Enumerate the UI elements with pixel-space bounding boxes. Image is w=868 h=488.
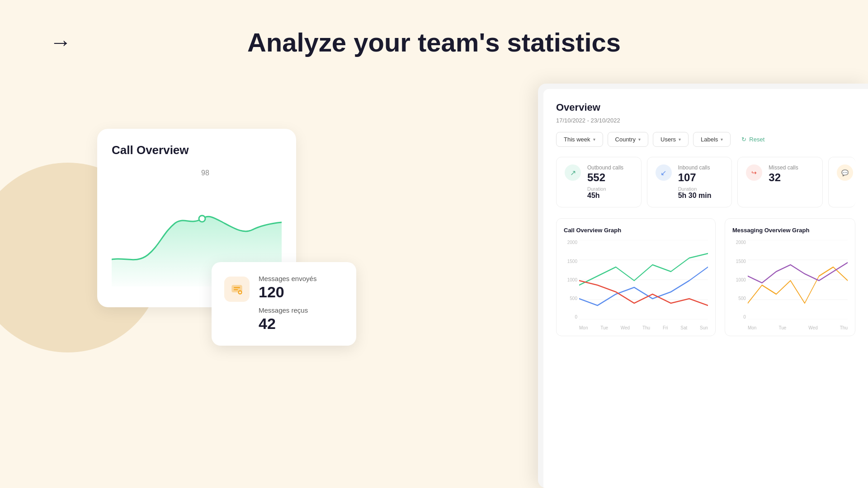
overview-title: Overview <box>556 102 855 113</box>
sent-value: 120 <box>259 283 316 301</box>
messaging-graph-area: 2000 1500 1000 500 0 Mon Tue Wed Thu <box>732 240 848 330</box>
messages-card: Messages envoyés 120 Messages reçus 42 <box>212 262 356 346</box>
date-range: 17/10/2022 - 23/10/2022 <box>556 117 855 124</box>
call-graph-title: Call Overview Graph <box>564 227 708 234</box>
inbound-label: Inbound calls <box>678 164 712 171</box>
outbound-duration-value: 45h <box>587 192 623 200</box>
filter-this-week[interactable]: This week ▾ <box>556 132 603 147</box>
stat-outbound: ↗ Outbound calls 552 Duration 45h <box>556 157 642 207</box>
messages-icon <box>224 277 250 302</box>
messaging-graph-svg <box>748 240 848 319</box>
chevron-down-icon: ▾ <box>679 137 681 142</box>
messaging-graph-y-axis: 2000 1500 1000 500 0 <box>732 240 748 319</box>
missed-icon: ↪ <box>746 164 762 181</box>
call-graph-svg <box>579 240 708 319</box>
messages-stat-icon: 💬 <box>837 164 853 181</box>
laptop-screen: Overview 17/10/2022 - 23/10/2022 This we… <box>538 84 868 488</box>
reset-icon: ↻ <box>741 136 746 143</box>
messaging-graph-x-axis: Mon Tue Wed Thu <box>748 325 848 330</box>
inbound-duration-label: Duration <box>678 186 712 192</box>
chevron-down-icon: ▾ <box>638 137 641 142</box>
call-overview-title: Call Overview <box>112 143 282 157</box>
chevron-down-icon: ▾ <box>593 137 595 142</box>
call-graph-x-axis: Mon Tue Wed Thu Fri Sat Sun <box>579 325 708 330</box>
header: → Analyze your team's statistics <box>0 27 868 57</box>
filter-users[interactable]: Users ▾ <box>653 132 689 147</box>
stat-missed: ↪ Missed calls 32 <box>737 157 823 207</box>
graphs-row: Call Overview Graph 2000 1500 1000 500 0… <box>556 218 855 336</box>
inbound-duration-value: 5h 30 min <box>678 192 712 200</box>
dashboard-panel: Overview 17/10/2022 - 23/10/2022 This we… <box>543 89 868 488</box>
call-graph-y-axis: 2000 1500 1000 500 0 <box>564 240 579 319</box>
page-title: Analyze your team's statistics <box>247 27 621 57</box>
header-arrow-icon: → <box>50 30 71 55</box>
stat-inbound: ↙ Inbound calls 107 Duration 5h 30 min <box>647 157 732 207</box>
stats-row: ↗ Outbound calls 552 Duration 45h ↙ Inbo… <box>556 157 855 207</box>
call-graph-area: 2000 1500 1000 500 0 Mon Tue Wed Thu Fri… <box>564 240 708 330</box>
outbound-label: Outbound calls <box>587 164 623 171</box>
received-label: Messages reçus <box>259 306 316 314</box>
missed-label: Missed calls <box>769 164 798 171</box>
chevron-down-icon: ▾ <box>721 137 723 142</box>
missed-number: 32 <box>769 172 798 183</box>
call-overview-graph-card: Call Overview Graph 2000 1500 1000 500 0… <box>556 218 716 336</box>
messaging-graph-card: Messaging Overview Graph 2000 1500 1000 … <box>725 218 855 336</box>
svg-point-0 <box>199 216 205 222</box>
received-value: 42 <box>259 315 316 333</box>
inbound-icon: ↙ <box>656 164 672 181</box>
inbound-number: 107 <box>678 172 712 183</box>
stat-messages: 💬 <box>828 157 855 207</box>
reset-button[interactable]: ↻ Reset <box>735 132 771 146</box>
outbound-duration-label: Duration <box>587 186 623 192</box>
filter-country[interactable]: Country ▾ <box>608 132 649 147</box>
messaging-graph-title: Messaging Overview Graph <box>732 227 848 234</box>
filters-row: This week ▾ Country ▾ Users ▾ Labels ▾ ↻… <box>556 132 855 147</box>
outbound-number: 552 <box>587 172 623 183</box>
sent-label: Messages envoyés <box>259 275 316 282</box>
filter-labels[interactable]: Labels ▾ <box>693 132 731 147</box>
messages-content: Messages envoyés 120 Messages reçus 42 <box>259 275 316 333</box>
outbound-icon: ↗ <box>565 164 581 181</box>
